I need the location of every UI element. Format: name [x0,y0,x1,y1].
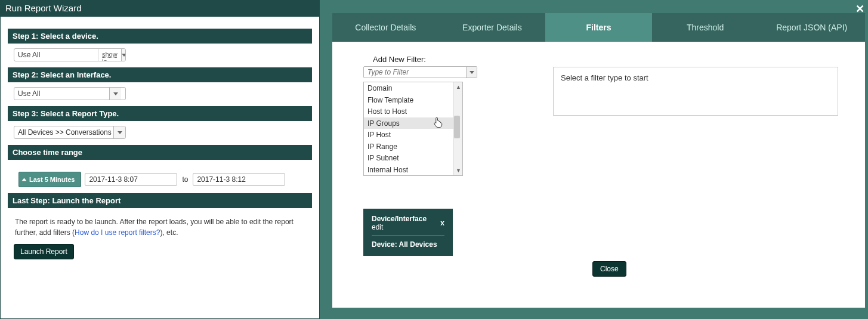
scrollbar[interactable]: ▲ ▼ [453,82,462,175]
triangle-down-icon [22,178,27,181]
filter-option-domain[interactable]: Domain [364,82,462,94]
filter-option-ip-host[interactable]: IP Host [364,129,462,141]
scrollbar-thumb[interactable] [454,116,460,138]
time-to-input[interactable] [193,173,285,186]
time-preset-button[interactable]: Last 5 Minutes [18,172,81,187]
filter-option-ip-subnet[interactable]: IP Subnet [364,152,462,164]
filters-tab-body: Add New Filter: Domain Flow Template Hos… [332,42,865,308]
laststep-text: The report is ready to be launch. After … [14,213,306,244]
scroll-down-icon[interactable]: ▼ [454,166,462,175]
step3-header: Step 3: Select a Report Type. [8,106,312,121]
wizard-title: Run Report Wizard [1,1,319,17]
report-filters-help-link[interactable]: How do I use report filters? [75,228,160,237]
add-filter-label: Add New Filter: [373,55,477,64]
chevron-down-icon[interactable] [109,88,121,100]
chip-title: Device/Interface [372,215,427,223]
step2-header: Step 2: Select an Interface. [8,67,312,82]
filter-option-flow-template[interactable]: Flow Template [364,94,462,106]
tab-filters[interactable]: Filters [545,13,652,42]
chip-close-icon[interactable]: x [440,219,444,227]
device-select-value: Use All [14,49,98,61]
to-label: to [181,175,189,184]
tab-threshold[interactable]: Threshold [652,13,759,42]
filter-option-internal-host[interactable]: Internal Host [364,164,462,176]
close-button[interactable]: Close [592,261,626,277]
close-icon[interactable]: ✕ [853,2,866,16]
tab-exporter-details[interactable]: Exporter Details [439,13,546,42]
filter-dropdown: Domain Flow Template Host to Host IP Gro… [363,82,463,176]
wizard-panel: Run Report Wizard Step 1: Select a devic… [0,0,320,319]
filter-info-text: Select a filter type to start [561,73,648,82]
launch-report-button[interactable]: Launch Report [14,244,74,259]
time-from-input[interactable] [85,173,177,186]
tab-strip: Collector Details Exporter Details Filte… [332,13,865,42]
interface-select[interactable]: Use All [14,87,126,100]
device-interface-chip: Device/Interface edit x Device: All Devi… [363,209,453,256]
filter-type-input[interactable] [364,67,466,78]
filters-dialog: ✕ Collector Details Exporter Details Fil… [332,4,865,308]
filter-option-ip-range[interactable]: IP Range [364,141,462,153]
interface-select-value: Use All [14,88,109,100]
chevron-down-icon[interactable] [121,49,126,61]
chevron-down-icon[interactable] [113,126,125,138]
show-ip-link[interactable]: show ip [98,49,121,61]
filter-type-select[interactable] [363,66,477,78]
laststep-header: Last Step: Launch the Report [8,193,312,208]
report-type-value: All Devices >> Conversations [14,126,113,138]
filter-option-host-to-host[interactable]: Host to Host [364,106,462,117]
filter-info-box: Select a filter type to start [553,67,838,116]
device-select[interactable]: Use All show ip [14,48,126,61]
report-type-select[interactable]: All Devices >> Conversations [14,126,126,139]
filter-option-ip-groups[interactable]: IP Groups [364,117,462,129]
scroll-up-icon[interactable]: ▲ [454,82,462,92]
add-filter-area: Add New Filter: Domain Flow Template Hos… [363,55,477,78]
timerange-header: Choose time range [8,145,312,160]
tab-collector-details[interactable]: Collector Details [332,13,439,42]
time-preset-label: Last 5 Minutes [29,176,75,183]
chip-body: Device: All Devices [372,240,444,249]
step1-header: Step 1: Select a device. [8,29,312,44]
chevron-down-icon[interactable] [466,67,477,78]
chip-edit-link[interactable]: edit [372,223,383,231]
tab-report-json[interactable]: Report JSON (API) [758,13,865,42]
